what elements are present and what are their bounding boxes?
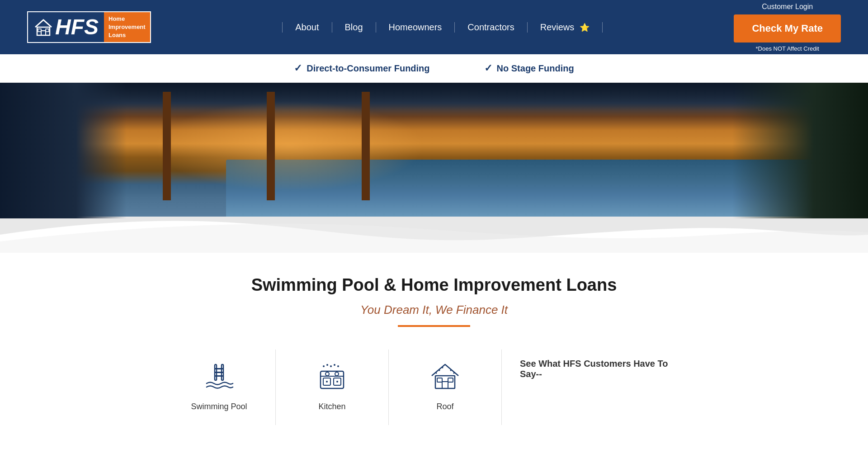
svg-rect-10	[321, 376, 344, 377]
roof-icon	[427, 359, 463, 395]
check-rate-button[interactable]: Check My Rate	[734, 14, 841, 43]
header: HFS Home Improvement Loans About Blog Ho…	[0, 0, 868, 54]
svg-point-21	[337, 365, 339, 367]
sub-tagline: You Dream It, We Finance It	[9, 303, 859, 317]
banner-item-no-stage: ✓ No Stage Funding	[484, 62, 574, 74]
checkmark-icon-1: ✓	[294, 62, 302, 74]
svg-point-15	[326, 381, 328, 383]
logo[interactable]: HFS Home Improvement Loans	[27, 11, 151, 43]
content-section: Swimming Pool & Home Improvement Loans Y…	[0, 253, 868, 449]
svg-point-16	[336, 381, 338, 383]
main-title: Swimming Pool & Home Improvement Loans	[9, 275, 859, 295]
nav-about[interactable]: About	[282, 22, 332, 33]
svg-point-12	[335, 372, 339, 376]
roof-label: Roof	[436, 402, 453, 411]
svg-rect-9	[321, 371, 344, 388]
kitchen-icon	[314, 359, 350, 395]
banner-bar: ✓ Direct-to-Consumer Funding ✓ No Stage …	[0, 54, 868, 83]
checkmark-icon-2: ✓	[484, 62, 492, 74]
logo-letters: HFS	[55, 16, 99, 38]
nav-contractors[interactable]: Contractors	[455, 22, 527, 33]
icon-item-kitchen[interactable]: Kitchen	[276, 350, 389, 425]
customers-say-area[interactable]: See What HFS Customers Have To Say--	[502, 350, 705, 388]
pool-label: Swimming Pool	[191, 402, 247, 411]
nav-blog[interactable]: Blog	[332, 22, 376, 33]
banner-text-2: No Stage Funding	[497, 63, 574, 74]
banner-item-direct: ✓ Direct-to-Consumer Funding	[294, 62, 429, 74]
svg-point-11	[326, 372, 329, 376]
banner-text-1: Direct-to-Consumer Funding	[307, 63, 429, 74]
main-nav: About Blog Homeowners Contractors Review…	[282, 22, 603, 33]
svg-rect-25	[448, 378, 453, 382]
svg-rect-24	[437, 378, 442, 382]
svg-rect-1	[41, 31, 46, 35]
nav-homeowners[interactable]: Homeowners	[376, 22, 455, 33]
svg-point-29	[453, 372, 455, 373]
svg-rect-3	[46, 29, 49, 32]
reviews-star-icon: ⭐	[580, 23, 590, 33]
svg-rect-2	[38, 29, 41, 32]
svg-point-19	[330, 365, 332, 367]
orange-divider	[398, 325, 470, 327]
svg-point-17	[323, 365, 325, 367]
customers-say-text: See What HFS Customers Have To Say--	[520, 359, 687, 379]
nav-reviews[interactable]: Reviews ⭐	[528, 22, 603, 33]
svg-rect-8	[215, 375, 223, 377]
hero-image	[0, 83, 868, 218]
svg-point-26	[436, 372, 437, 373]
icon-item-roof[interactable]: Roof	[389, 350, 502, 425]
customer-login-link[interactable]: Customer Login	[762, 3, 813, 11]
credit-notice: *Does NOT Affect Credit	[756, 45, 819, 52]
svg-rect-23	[442, 382, 448, 388]
svg-point-20	[334, 364, 335, 366]
cta-area: Customer Login Check My Rate *Does NOT A…	[734, 3, 841, 52]
icon-item-pool[interactable]: Swimming Pool	[163, 350, 276, 425]
house-icon	[33, 17, 53, 37]
svg-point-18	[326, 364, 328, 366]
wave-wrapper: Swimming Pool & Home Improvement Loans Y…	[0, 217, 868, 449]
pool-icon	[201, 359, 237, 395]
svg-point-28	[442, 367, 443, 368]
wave-svg	[0, 217, 868, 253]
icons-grid: Swimming Pool	[163, 350, 705, 425]
svg-rect-7	[215, 372, 223, 373]
logo-line3: Loans	[108, 31, 146, 39]
svg-point-27	[439, 369, 440, 371]
logo-line2: Improvement	[108, 23, 146, 31]
kitchen-label: Kitchen	[318, 402, 345, 411]
svg-rect-6	[215, 368, 223, 369]
svg-point-30	[450, 369, 452, 371]
logo-line1: Home	[108, 15, 146, 23]
